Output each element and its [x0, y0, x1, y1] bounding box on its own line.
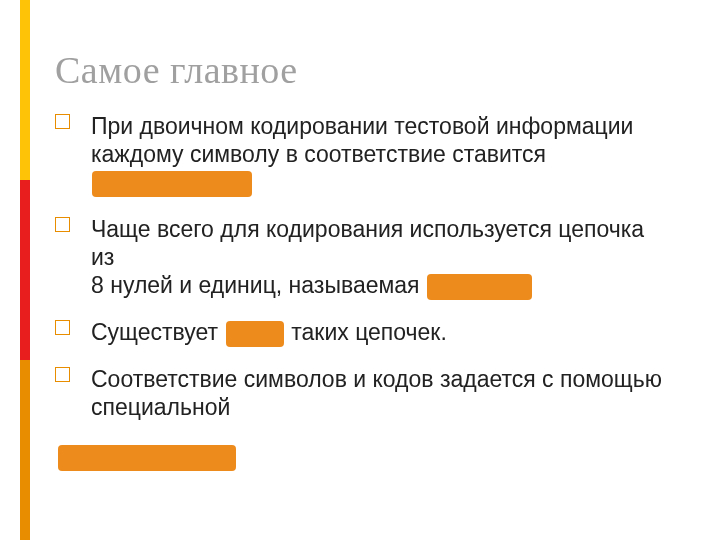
bullet-icon [55, 217, 70, 232]
hidden-highlight: двоичный код [92, 171, 252, 197]
item-text-pre: Соответствие символов и кодов задается с… [91, 366, 662, 420]
slide-title: Самое главное [55, 48, 298, 92]
hidden-highlight: байтом [427, 274, 532, 300]
content-list: При двоичном кодировании тестовой информ… [55, 112, 665, 453]
bullet-icon [55, 367, 70, 382]
hidden-highlight: 256 [226, 321, 284, 347]
item-text-pre: При двоичном кодировании тестовой информ… [91, 113, 633, 167]
item-text-pre: Чаще всего для кодирования используется … [91, 216, 644, 298]
stripe-top [20, 0, 30, 180]
stripe-bottom [20, 360, 30, 540]
hidden-highlight [58, 445, 236, 471]
left-stripe [20, 0, 30, 540]
list-item: Чаще всего для кодирования используется … [55, 215, 665, 300]
slide: Самое главное При двоичном кодировании т… [0, 0, 720, 540]
bullet-icon [55, 320, 70, 335]
item-text-post: таких цепочек. [285, 319, 447, 345]
list-item: Соответствие символов и кодов задается с… [55, 365, 665, 449]
list-item: Существует 256 таких цепочек. [55, 318, 665, 347]
bullet-icon [55, 114, 70, 129]
list-item: При двоичном кодировании тестовой информ… [55, 112, 665, 197]
stripe-mid [20, 180, 30, 360]
item-text-pre: Существует [91, 319, 225, 345]
